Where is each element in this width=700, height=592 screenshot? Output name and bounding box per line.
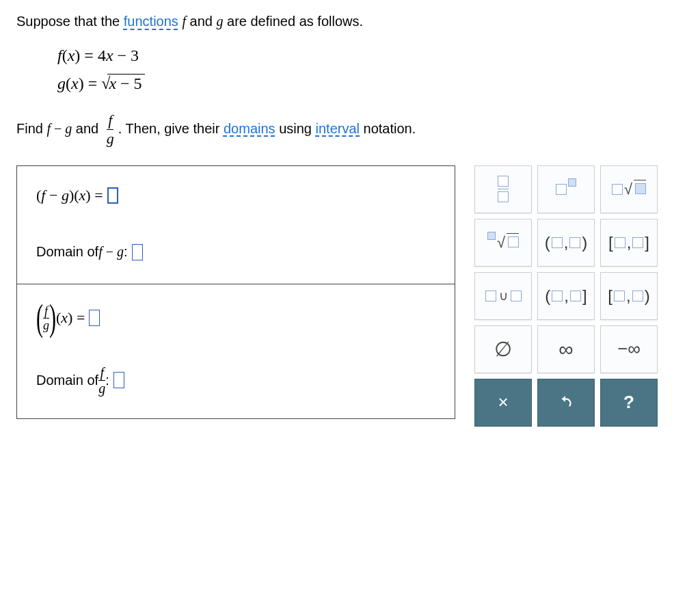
section-f-over-g: ( fg ) (x) = Domain of fg :	[17, 284, 455, 418]
tool-empty-set[interactable]: ∅	[474, 325, 532, 373]
tool-fraction[interactable]	[474, 165, 532, 213]
input-fg-domain[interactable]	[132, 244, 143, 260]
tool-union[interactable]: ∪	[474, 272, 532, 320]
def-g: g(x) = √x − 5	[57, 70, 684, 98]
help-button[interactable]: ?	[600, 379, 658, 427]
answer-box: (f − g)(x) = Domain of f − g : ( fg ) (x…	[16, 165, 455, 419]
def-f: f(x) = 4x − 3	[57, 42, 684, 70]
link-functions[interactable]: functions	[124, 14, 178, 29]
given-defs: f(x) = 4x − 3 g(x) = √x − 5	[57, 42, 684, 98]
tool-times-sqrt[interactable]: √	[600, 165, 658, 213]
tool-open-interval[interactable]: (,)	[537, 219, 595, 267]
link-domains[interactable]: domains	[224, 120, 275, 135]
row-quotient-domain: Domain of fg :	[36, 366, 435, 395]
tool-neg-infinity[interactable]: −∞	[600, 325, 658, 373]
tool-nth-root[interactable]: √	[474, 219, 532, 267]
close-button[interactable]: ×	[474, 379, 532, 427]
tool-half-open-left[interactable]: (,]	[537, 272, 595, 320]
row-fg-domain: Domain of f − g :	[36, 244, 435, 260]
input-quotient-domain[interactable]	[113, 372, 124, 388]
undo-icon	[557, 394, 575, 412]
row-quotient-expression: ( fg ) (x) =	[36, 305, 435, 332]
row-fg-expression: (f − g)(x) =	[36, 187, 435, 204]
link-interval[interactable]: interval	[316, 120, 360, 135]
tool-exponent[interactable]	[537, 165, 595, 213]
instruction-line: Find f − g and fg. Then, give their doma…	[16, 113, 684, 146]
input-quotient-expression[interactable]	[89, 310, 100, 326]
tool-infinity[interactable]: ∞	[537, 325, 595, 373]
tool-closed-interval[interactable]: [,]	[600, 219, 658, 267]
input-fg-expression[interactable]	[107, 187, 118, 204]
tool-half-open-right[interactable]: [,)	[600, 272, 658, 320]
symbol-toolbox: √ √ (,) [,] ∪ (,] [,) ∅ ∞ −∞ ×	[474, 165, 658, 427]
section-f-minus-g: (f − g)(x) = Domain of f − g :	[17, 166, 455, 284]
undo-button[interactable]	[537, 379, 595, 427]
close-icon: ×	[498, 392, 508, 413]
help-icon: ?	[623, 392, 634, 413]
prompt-line-1: Suppose that the functions f and g are d…	[16, 14, 684, 29]
